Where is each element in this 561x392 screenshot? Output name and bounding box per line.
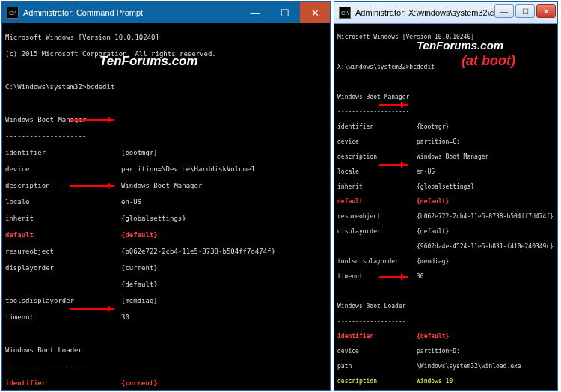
section-title: Windows Boot Loader (5, 346, 327, 355)
terminal-output[interactable]: Microsoft Windows [Version 10.0.10240] X… (334, 24, 557, 390)
maximize-button[interactable]: ☐ (270, 2, 300, 23)
section-rule: -------------------- (5, 132, 327, 141)
title-text: Administrator: X:\windows\system32\cmd.e… (355, 9, 494, 17)
cmd-icon: C:\ (339, 7, 351, 19)
section-title: Windows Boot Manager (5, 116, 327, 124)
cmd-window-win10: C:\ Administrator: Command Prompt — ☐ ✕ … (1, 1, 331, 391)
arrow-icon (379, 164, 408, 166)
command: bcdedit (409, 64, 435, 70)
titlebar[interactable]: C:\ Administrator: Command Prompt — ☐ ✕ (2, 2, 330, 23)
section-title: Windows Boot Manager (337, 94, 554, 101)
identifier-key: identifier (5, 379, 121, 388)
titlebar[interactable]: C:\ Administrator: X:\windows\system32\c… (334, 2, 557, 24)
section-rule: -------------------- (337, 108, 554, 116)
prompt: C:\Windows\system32> (5, 83, 86, 91)
identifier-value: {current} (121, 379, 158, 388)
section-title: Windows Boot Loader (337, 303, 554, 310)
window-controls: — ☐ ✕ (494, 2, 557, 23)
description-value: Windows 10 (417, 378, 453, 385)
minimize-button[interactable]: — (494, 4, 514, 18)
section-rule: ------------------- (337, 318, 554, 325)
close-button[interactable]: ✕ (536, 4, 556, 18)
header-line: (c) 2015 Microsoft Corporation. All righ… (5, 50, 327, 58)
identifier-key: identifier (337, 333, 417, 340)
default-key: default (337, 198, 417, 206)
description-key: description (337, 378, 417, 385)
close-button[interactable]: ✕ (300, 2, 330, 23)
arrow-icon (70, 308, 114, 310)
terminal-output[interactable]: Microsoft Windows [Version 10.0.10240] (… (2, 23, 330, 390)
identifier-value: {default} (417, 333, 449, 340)
title-text: Administrator: Command Prompt (23, 9, 240, 17)
command: bcdedit (86, 83, 114, 91)
section-rule: ------------------- (5, 363, 327, 371)
default-key: default (5, 231, 121, 239)
maximize-button[interactable]: ☐ (515, 4, 535, 18)
default-value: {default} (417, 198, 449, 206)
header-line: Microsoft Windows [Version 10.0.10240] (337, 34, 554, 41)
prompt: X:\windows\system32> (337, 64, 409, 70)
minimize-button[interactable]: — (240, 2, 270, 23)
cmd-window-win7: C:\ Administrator: X:\windows\system32\c… (334, 1, 558, 391)
arrow-icon (379, 104, 408, 106)
header-line: Microsoft Windows [Version 10.0.10240] (5, 34, 327, 42)
default-value: {default} (121, 231, 158, 239)
window-controls: — ☐ ✕ (240, 2, 330, 23)
cmd-icon: C:\ (7, 7, 19, 19)
